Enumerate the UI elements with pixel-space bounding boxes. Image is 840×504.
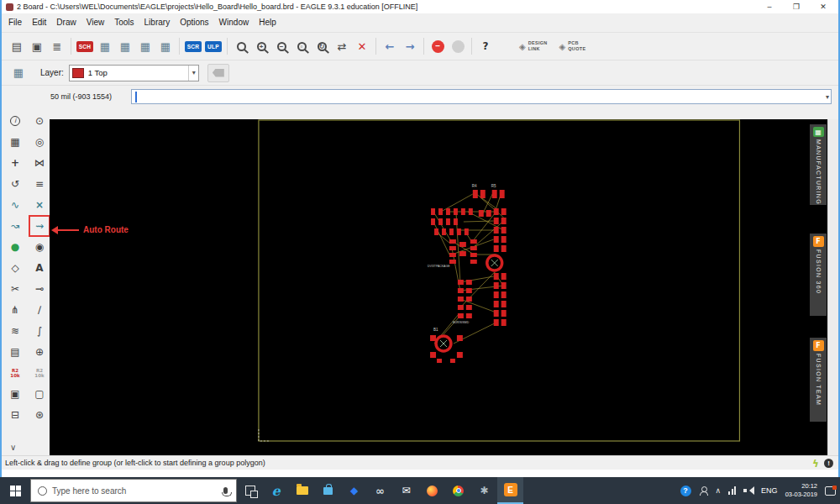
show-tool[interactable]: ⊙ — [30, 112, 49, 130]
save-button[interactable]: ▣ — [27, 36, 47, 56]
taskbar-clock[interactable]: 20:12 03-03-2019 — [785, 482, 817, 499]
menu-item[interactable]: Edit — [27, 13, 51, 32]
redo-button[interactable]: → — [400, 36, 420, 56]
open-button[interactable]: ▤ — [7, 36, 27, 56]
layer-visibility-button[interactable] — [207, 64, 229, 82]
volume-icon[interactable] — [743, 486, 753, 495]
fusion-360-panel-tab[interactable]: F FUSION 360 — [810, 234, 827, 316]
signal-tool[interactable]: ∫ — [30, 322, 49, 340]
ripup-tool[interactable]: × — [30, 196, 49, 214]
via-tool[interactable]: ● — [6, 238, 24, 256]
text-tool[interactable]: A — [30, 259, 49, 277]
change-tool[interactable]: ∕ — [30, 301, 49, 319]
zoom-select-button[interactable]: ▫ — [291, 36, 312, 56]
edge-app-icon[interactable]: e — [263, 477, 289, 504]
menu-item[interactable]: Tools — [109, 13, 139, 32]
drc-lightning-icon[interactable]: ϟ — [812, 458, 819, 470]
value-tool[interactable]: R2 10k — [30, 364, 49, 382]
swap-windows-button[interactable]: ⇄ — [332, 36, 352, 56]
fusion-team-panel-tab[interactable]: F FUSION TEAM — [810, 338, 827, 422]
copy-tool[interactable]: ▣ — [6, 385, 24, 403]
command-dropdown-arrow-icon[interactable]: ▾ — [826, 93, 829, 101]
close-button[interactable]: ✕ — [810, 0, 837, 13]
start-button[interactable] — [0, 477, 30, 504]
eagle-app-icon[interactable]: E — [497, 477, 523, 504]
info-tool[interactable]: i — [6, 112, 24, 130]
cut-tool[interactable]: ✂ — [6, 280, 24, 298]
zoom-fit-button[interactable] — [231, 36, 251, 56]
notification-center-icon[interactable] — [825, 486, 836, 496]
menu-item[interactable]: Library — [139, 13, 176, 32]
layer-dropdown[interactable]: 1 Top ▾ — [69, 65, 199, 81]
script-button[interactable]: SCR — [183, 36, 203, 56]
polygon-tool[interactable]: ◇ — [6, 259, 24, 277]
menu-item[interactable]: View — [81, 13, 110, 32]
alert-icon[interactable]: ! — [824, 459, 833, 468]
delete-tool[interactable]: ⊟ — [6, 406, 24, 424]
config-tool[interactable]: ⊛ — [30, 406, 49, 424]
network-icon[interactable] — [728, 486, 736, 495]
dropbox-app-icon[interactable]: ◆ — [341, 477, 367, 504]
menu-item[interactable]: Window — [214, 13, 255, 32]
taskbar-search[interactable]: Type here to search — [30, 479, 237, 502]
autoroute-tool[interactable]: ⇝ — [30, 217, 49, 235]
rings-app-icon[interactable]: ∞ — [367, 477, 393, 504]
task-view-button[interactable] — [237, 477, 263, 504]
file-explorer-app-icon[interactable] — [289, 477, 315, 504]
stop-button[interactable]: – — [428, 36, 448, 56]
menu-item[interactable]: Draw — [51, 13, 81, 32]
hidden-icons-chevron-icon[interactable]: ∧ — [716, 486, 722, 495]
smash-tool[interactable]: R2 10k — [6, 364, 24, 382]
zoom-out-button[interactable]: − — [271, 36, 291, 56]
grid-settings-button[interactable]: ▦ — [8, 63, 29, 83]
board-canvas[interactable]: R4R5DVI3TPACKAGEBURISISMDB1 ▦ MANUFACTUR… — [50, 119, 827, 455]
settings-app-icon[interactable]: ✱ — [471, 477, 497, 504]
command-input[interactable]: ▾ — [131, 89, 832, 104]
ratsnest-tool[interactable]: ▤ — [6, 343, 24, 361]
circle-tool[interactable]: ◉ — [30, 238, 49, 256]
maximize-button[interactable]: ❐ — [783, 0, 810, 13]
menu-item[interactable]: Options — [175, 13, 213, 32]
people-icon[interactable] — [699, 486, 708, 496]
cancel-command-button[interactable]: ✕ — [352, 36, 372, 56]
menu-item[interactable]: File — [3, 13, 27, 32]
pcb-quote-button[interactable]: ◈ PCB QUOTE — [559, 40, 586, 52]
cam-processor-button[interactable]: ▦ — [95, 36, 115, 56]
split-tool[interactable]: ⋔ — [6, 301, 24, 319]
help-button[interactable]: ? — [475, 36, 496, 56]
language-indicator[interactable]: ENG — [761, 486, 778, 495]
go-button[interactable] — [448, 36, 468, 56]
chrome-app-icon[interactable] — [445, 477, 471, 504]
mark-tool[interactable]: ◎ — [30, 133, 49, 151]
microphone-icon[interactable] — [223, 487, 228, 494]
firefox-app-icon[interactable] — [419, 477, 445, 504]
layer-settings-button[interactable]: ▦ — [155, 36, 176, 56]
vertical-scrollbar[interactable] — [827, 119, 838, 455]
undo-button[interactable]: ← — [380, 36, 400, 56]
route-tool[interactable]: ↝ — [6, 217, 24, 235]
via-add-tool[interactable]: ⊕ — [30, 343, 49, 361]
rotate-tool[interactable]: ↺ — [6, 175, 24, 193]
display-layers-tool[interactable]: ▦ — [6, 133, 24, 151]
ulp-button[interactable]: ULP — [203, 36, 223, 56]
support-tray-icon[interactable]: ? — [680, 486, 691, 496]
store-app-icon[interactable] — [315, 477, 341, 504]
zoom-in-button[interactable]: + — [251, 36, 271, 56]
optimize-tool[interactable]: ⊸ — [30, 280, 49, 298]
move-tool[interactable]: + — [6, 154, 24, 172]
zoom-redraw-button[interactable]: ↻ — [312, 36, 332, 56]
measure-tool[interactable]: ≡ — [30, 175, 49, 193]
board-manager-button[interactable]: ▦ — [115, 36, 135, 56]
paste-tool[interactable]: ▢ — [30, 385, 49, 403]
schematic-button[interactable]: SCH — [75, 36, 95, 56]
print-button[interactable]: ≣ — [47, 36, 67, 56]
design-link-button[interactable]: ◈ DESIGN LINK — [519, 40, 548, 52]
dropdown-arrow-icon[interactable]: ▾ — [188, 66, 196, 81]
menu-item[interactable]: Help — [254, 13, 281, 32]
mirror-tool[interactable]: ⋈ — [30, 154, 49, 172]
meander-tool[interactable]: ≋ — [6, 322, 24, 340]
manufacturing-panel-tab[interactable]: ▦ MANUFACTURING — [810, 124, 827, 205]
wire-tool[interactable]: ∿ — [6, 196, 24, 214]
design-rules-button[interactable]: ▦ — [135, 36, 155, 56]
mail-app-icon[interactable]: ✉ — [393, 477, 419, 504]
